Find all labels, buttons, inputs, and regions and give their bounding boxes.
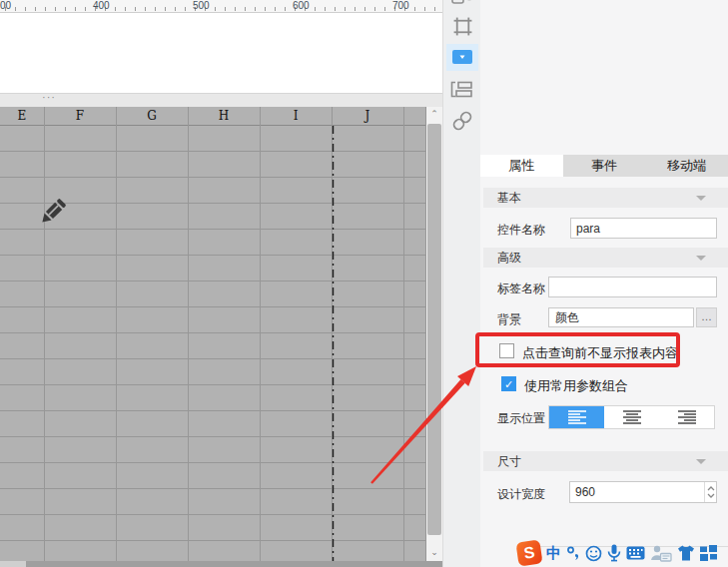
tab-layout-icon[interactable] xyxy=(443,81,480,98)
frame-widget-icon[interactable] xyxy=(443,16,480,37)
align-center-button[interactable] xyxy=(604,406,659,428)
widget-toolbar xyxy=(442,0,480,567)
sogou-logo[interactable]: S xyxy=(515,539,542,566)
ruler-ticks xyxy=(5,7,442,11)
sogou-ime-bar: S 中 xyxy=(517,539,728,567)
skin-tshirt-icon[interactable] xyxy=(677,545,695,561)
ruler-label: 700 xyxy=(392,0,409,11)
tab-properties[interactable]: 属性 xyxy=(480,155,563,177)
collapse-handle-dots[interactable]: ··· xyxy=(42,91,56,103)
design-width-spinner[interactable] xyxy=(704,482,716,502)
design-canvas[interactable] xyxy=(0,13,442,93)
spinner-down-icon[interactable] xyxy=(707,493,715,498)
app-window: 00 400 500 600 700 ··· E F G H I J xyxy=(0,0,728,567)
design-width-input[interactable] xyxy=(569,481,717,503)
section-advanced[interactable]: 高级 xyxy=(483,248,728,268)
toolbox-grid-icon[interactable] xyxy=(700,545,717,561)
background-label: 背景 xyxy=(497,311,521,328)
scroll-down-button[interactable]: ⌄ xyxy=(426,545,442,561)
horizontal-ruler: 00 400 500 600 700 xyxy=(0,0,442,13)
highlight-red-rectangle xyxy=(475,332,680,367)
ruler-label: 500 xyxy=(193,0,210,11)
paper-boundary-dashline xyxy=(0,107,426,561)
align-right-button[interactable] xyxy=(659,406,714,428)
collapse-arrow-icon[interactable] xyxy=(696,459,706,464)
section-basic-label: 基本 xyxy=(497,191,521,205)
collapse-arrow-icon[interactable] xyxy=(696,256,706,261)
horizontal-scroll-thumb[interactable] xyxy=(26,561,442,567)
link-icon[interactable] xyxy=(443,109,480,133)
ruler-label: 400 xyxy=(93,0,110,11)
keyboard-icon[interactable] xyxy=(626,546,645,560)
common-params-checkbox-label[interactable]: 使用常用参数组合 xyxy=(524,377,628,395)
pane-collapse-strip[interactable]: ··· xyxy=(0,93,442,107)
section-basic[interactable]: 基本 xyxy=(483,188,728,208)
common-params-checkbox[interactable]: ✓ xyxy=(501,376,516,391)
collapse-arrow-icon[interactable] xyxy=(696,196,706,201)
partial-top-icon[interactable] xyxy=(443,0,480,6)
punctuation-icon[interactable] xyxy=(566,545,580,561)
tab-events[interactable]: 事件 xyxy=(563,155,646,177)
vertical-scroll-thumb[interactable] xyxy=(427,124,441,535)
background-value: 颜色 xyxy=(555,310,579,324)
widget-name-label: 控件名称 xyxy=(497,222,545,239)
background-more-button[interactable]: … xyxy=(696,307,717,327)
ruler-label: 00 xyxy=(0,0,11,11)
tab-mobile[interactable]: 移动端 xyxy=(645,155,728,177)
background-dropdown[interactable]: 颜色 xyxy=(548,307,694,327)
section-size-label: 尺寸 xyxy=(497,454,521,468)
chinese-mode-icon[interactable]: 中 xyxy=(546,544,561,563)
section-advanced-label: 高级 xyxy=(497,251,521,265)
report-grid[interactable]: E F G H I J xyxy=(0,107,426,561)
profile-card-icon[interactable] xyxy=(650,545,672,562)
spinner-up-icon[interactable] xyxy=(707,486,715,491)
design-width-label: 设计宽度 xyxy=(497,486,545,503)
pencil-cursor-icon xyxy=(34,193,72,231)
tag-name-input[interactable] xyxy=(548,277,717,297)
dropdown-widget-icon[interactable] xyxy=(443,50,480,64)
emoji-icon[interactable] xyxy=(585,545,602,562)
align-left-button[interactable] xyxy=(549,406,604,428)
display-position-label: 显示位置 xyxy=(497,410,545,427)
horizontal-scrollbar[interactable] xyxy=(0,561,442,567)
section-size[interactable]: 尺寸 xyxy=(483,451,728,471)
display-position-segmented-control xyxy=(548,405,715,429)
microphone-icon[interactable] xyxy=(607,544,621,562)
panel-tabbar: 属性 事件 移动端 xyxy=(480,155,728,177)
vertical-scrollbar[interactable]: ⌃ ⌄ xyxy=(426,107,442,561)
scroll-up-button[interactable]: ⌃ xyxy=(426,107,442,123)
widget-name-input[interactable] xyxy=(570,218,717,239)
tag-name-label: 标签名称 xyxy=(497,281,545,297)
ruler-label: 600 xyxy=(293,0,310,11)
